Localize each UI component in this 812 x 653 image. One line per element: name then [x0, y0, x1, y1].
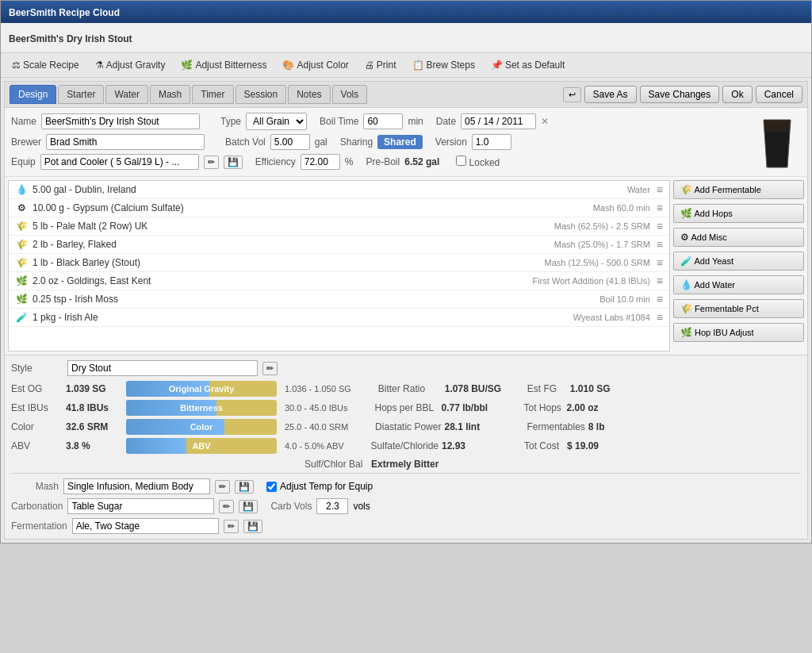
ingredient-row[interactable]: 🧪 1 pkg - Irish Ale Wyeast Labs #1084 ≡: [9, 309, 669, 327]
row-menu-icon[interactable]: ≡: [657, 238, 663, 251]
name-input[interactable]: [41, 113, 200, 129]
tab-timer[interactable]: Timer: [192, 85, 233, 104]
ibus-bar-label: Bitterness: [126, 400, 277, 416]
scale-recipe-button[interactable]: ⚖ Scale Recipe: [9, 58, 82, 72]
actions-panel: 🌾 Add Fermentable 🌿 Add Hops ⚙ Add Misc …: [673, 180, 804, 351]
hops-per-bbl-label: Hops per BBL: [375, 402, 439, 413]
add-fermentable-button[interactable]: 🌾 Add Fermentable: [673, 180, 804, 199]
adjust-gravity-button[interactable]: ⚗ Adjust Gravity: [92, 58, 169, 72]
color-range: 25.0 - 40.0 SRM: [285, 422, 348, 432]
equip-edit-button[interactable]: ✏: [204, 156, 219, 169]
carb-edit-button[interactable]: ✏: [219, 500, 234, 513]
add-hops-button[interactable]: 🌿 Add Hops: [673, 204, 804, 223]
tab-design[interactable]: Design: [10, 85, 56, 104]
set-default-button[interactable]: 📌 Set as Default: [488, 58, 568, 72]
mash-save-button[interactable]: 💾: [235, 480, 254, 494]
save-as-button[interactable]: Save As: [584, 86, 637, 103]
print-icon: 🖨: [365, 60, 374, 71]
adjust-color-button[interactable]: 🎨 Adjust Color: [279, 58, 351, 72]
equip-input[interactable]: [40, 154, 199, 170]
row-menu-icon[interactable]: ≡: [657, 256, 663, 269]
row-menu-icon[interactable]: ≡: [657, 220, 663, 232]
date-input[interactable]: [461, 113, 536, 129]
version-label: Version: [435, 136, 467, 148]
bitterness-icon: 🌿: [181, 60, 193, 71]
fermentable-pct-button[interactable]: 🌾 Fermentable Pct: [673, 299, 804, 318]
sharing-label: Sharing: [340, 136, 373, 148]
equip-save-button[interactable]: 💾: [224, 156, 243, 169]
add-yeast-button[interactable]: 🧪 Add Yeast: [673, 252, 804, 271]
est-ibus-value: 41.8 IBUs: [66, 402, 123, 413]
fermentation-save-button[interactable]: 💾: [243, 520, 262, 533]
default-icon: 📌: [491, 60, 503, 71]
ingredient-row[interactable]: ⚙ 10.00 g - Gypsum (Calcium Sulfate) Mas…: [9, 199, 669, 217]
carb-vols-unit: vols: [353, 501, 370, 512]
abv-label: ABV: [11, 440, 63, 451]
fermentation-label: Fermentation: [11, 520, 67, 532]
shared-badge[interactable]: Shared: [377, 135, 423, 149]
ingredient-row[interactable]: 🌿 0.25 tsp - Irish Moss Boil 10.0 min ≡: [9, 290, 669, 309]
cancel-button[interactable]: Cancel: [756, 86, 802, 103]
tab-vols[interactable]: Vols: [332, 85, 368, 104]
tab-water[interactable]: Water: [105, 85, 148, 104]
ingredient-row[interactable]: 🌾 1 lb - Black Barley (Stout) Mash (12.5…: [9, 254, 669, 272]
tab-starter[interactable]: Starter: [58, 85, 104, 104]
adjust-bitterness-button[interactable]: 🌿 Adjust Bitterness: [178, 58, 270, 72]
sulf-bal-value: Extrmely Bitter: [371, 459, 439, 470]
boil-time-input[interactable]: [363, 113, 403, 129]
brewer-input[interactable]: [46, 134, 205, 150]
carb-vols-label: Carb Vols: [270, 501, 312, 512]
row-menu-icon[interactable]: ≡: [657, 202, 663, 214]
abv-range: 4.0 - 5.0% ABV: [285, 441, 344, 451]
adjust-temp-checkbox[interactable]: [266, 482, 277, 492]
carb-save-button[interactable]: 💾: [239, 500, 258, 513]
batch-vol-input[interactable]: [270, 134, 310, 150]
tab-notes[interactable]: Notes: [288, 85, 330, 104]
print-button[interactable]: 🖨 Print: [362, 58, 400, 72]
brew-icon: 📋: [412, 60, 424, 71]
tot-hops-label: Tot Hops: [524, 402, 564, 413]
locked-checkbox[interactable]: [456, 156, 466, 166]
hop-add-icon: 🌿: [680, 208, 692, 219]
row-menu-icon[interactable]: ≡: [657, 183, 663, 196]
add-water-button[interactable]: 💧 Add Water: [673, 275, 804, 294]
carbonation-input[interactable]: [67, 498, 214, 514]
date-clear-icon[interactable]: ✕: [541, 116, 549, 127]
row-menu-icon[interactable]: ≡: [657, 275, 663, 287]
adjust-temp-label: Adjust Temp for Equip: [280, 481, 373, 492]
boil-time-label: Boil Time: [320, 116, 358, 127]
hops-per-bbl-value: 0.77 lb/bbl: [442, 402, 513, 413]
ok-button[interactable]: Ok: [722, 86, 752, 103]
fermentables-value: 8 lb: [588, 421, 605, 432]
mash-edit-button[interactable]: ✏: [215, 480, 230, 494]
style-input[interactable]: [67, 360, 258, 376]
carb-vols-input[interactable]: [316, 498, 348, 514]
fermentation-input[interactable]: [72, 518, 219, 534]
recipe-title: BeerSmith's Dry Irish Stout: [1, 23, 811, 53]
mash-input[interactable]: [63, 478, 210, 494]
ingredient-row[interactable]: 🌿 2.0 oz - Goldings, East Kent First Wor…: [9, 272, 669, 290]
diastatic-value: 28.1 lint: [444, 421, 515, 432]
adjust-temp-row: Adjust Temp for Equip: [266, 481, 373, 492]
style-edit-button[interactable]: ✏: [262, 362, 278, 375]
tot-cost-value: $ 19.09: [567, 440, 599, 451]
brew-steps-button[interactable]: 📋 Brew Steps: [409, 58, 478, 72]
tab-mash[interactable]: Mash: [150, 85, 190, 104]
row-menu-icon[interactable]: ≡: [657, 311, 663, 324]
undo-button[interactable]: ↩: [563, 87, 581, 102]
hop-ibu-adjust-button[interactable]: 🌿 Hop IBU Adjust: [673, 323, 804, 342]
tab-session[interactable]: Session: [236, 85, 287, 104]
fermentation-edit-button[interactable]: ✏: [224, 520, 239, 533]
title-bar: BeerSmith Recipe Cloud: [1, 1, 811, 23]
sulfate-value: 12.93: [442, 440, 513, 451]
add-misc-button[interactable]: ⚙ Add Misc: [673, 228, 804, 247]
save-changes-button[interactable]: Save Changes: [640, 86, 720, 103]
ingredient-row[interactable]: 🌾 5 lb - Pale Malt (2 Row) UK Mash (62.5…: [9, 217, 669, 236]
efficiency-input[interactable]: [301, 154, 340, 170]
ingredient-row[interactable]: 💧 5.00 gal - Dublin, Ireland Water ≡: [9, 181, 669, 199]
version-input[interactable]: [472, 134, 511, 150]
ingredient-row[interactable]: 🌾 2 lb - Barley, Flaked Mash (25.0%) - 1…: [9, 236, 669, 254]
row-menu-icon[interactable]: ≡: [657, 293, 663, 305]
pre-boil-label: Pre-Boil: [366, 156, 400, 167]
type-select[interactable]: All Grain: [246, 113, 307, 130]
